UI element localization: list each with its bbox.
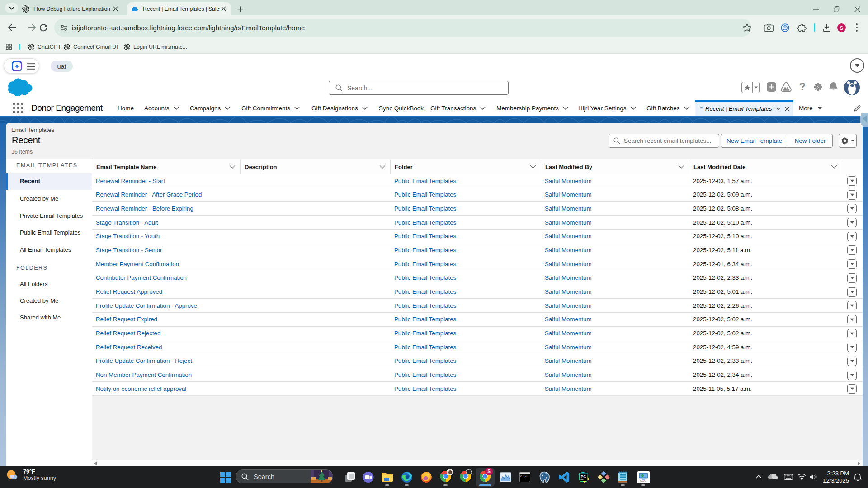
svg-text:PC: PC [581,474,586,479]
svg-text:C:\>_: C:\>_ [520,475,528,478]
svg-text:?: ? [799,82,806,93]
